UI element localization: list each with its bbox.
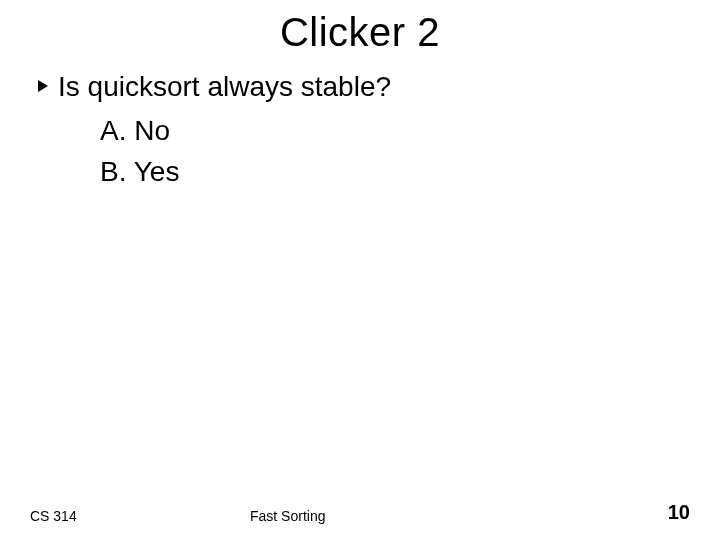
option-b: B. Yes — [100, 152, 690, 193]
footer-page-number: 10 — [630, 501, 690, 524]
slide: Clicker 2 Is quicksort always stable? A.… — [0, 0, 720, 540]
bullet-item: Is quicksort always stable? — [36, 69, 690, 105]
bullet-arrow-icon — [36, 79, 50, 93]
slide-body: Is quicksort always stable? A. No B. Yes — [30, 69, 690, 193]
question-text: Is quicksort always stable? — [58, 69, 391, 105]
option-a: A. No — [100, 111, 690, 152]
footer-course: CS 314 — [30, 508, 250, 524]
options-list: A. No B. Yes — [36, 111, 690, 192]
footer-topic: Fast Sorting — [250, 508, 630, 524]
slide-footer: CS 314 Fast Sorting 10 — [0, 501, 720, 524]
svg-marker-0 — [38, 80, 48, 92]
slide-title: Clicker 2 — [30, 10, 690, 55]
